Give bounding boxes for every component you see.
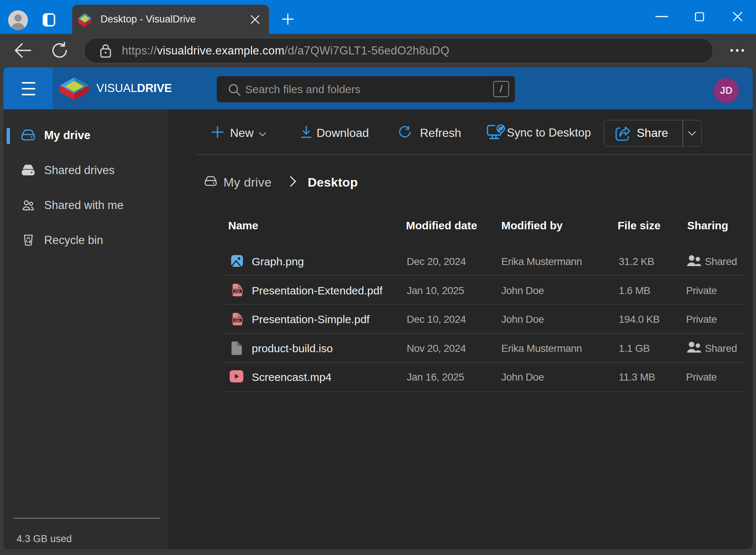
svg-text:PDF: PDF: [234, 319, 240, 322]
svg-text:PDF: PDF: [234, 290, 240, 293]
